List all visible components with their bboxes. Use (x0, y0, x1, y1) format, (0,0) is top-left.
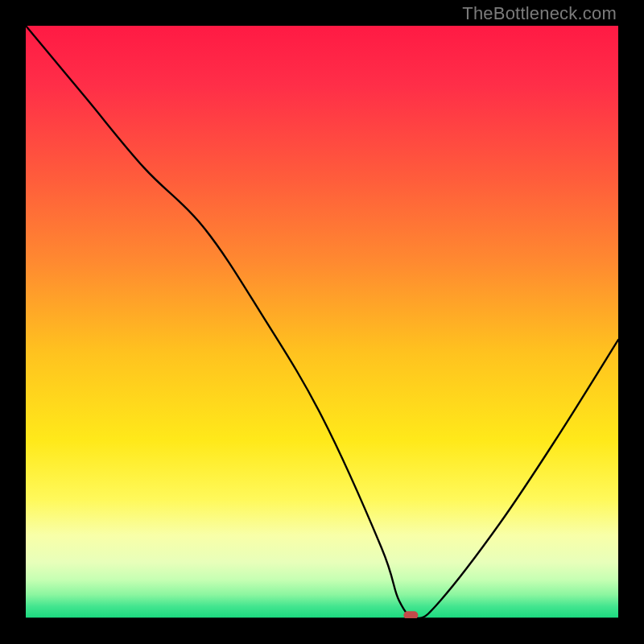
svg-rect-2 (403, 611, 418, 618)
chart-frame: TheBottleneck.com (0, 0, 644, 644)
watermark-text: TheBottleneck.com (462, 3, 617, 24)
chart-plot-area (26, 26, 618, 618)
chart-curve (26, 26, 618, 618)
